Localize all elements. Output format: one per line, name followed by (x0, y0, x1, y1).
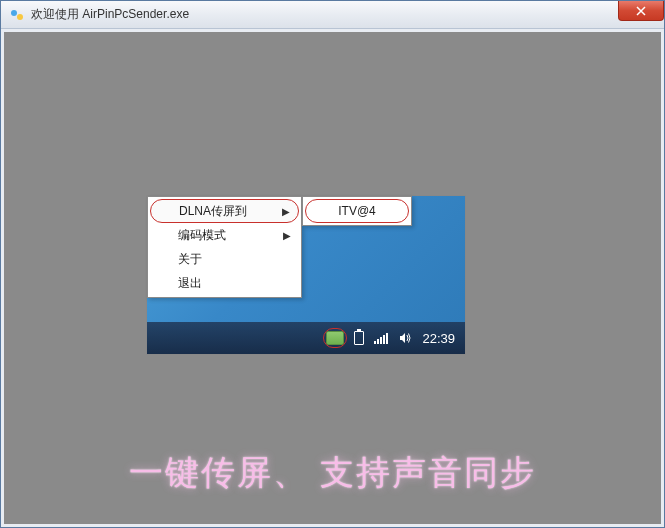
submenu-item-device[interactable]: ITV@4 (305, 199, 409, 223)
desktop-preview: DLNA传屏到 ▶ 编码模式 ▶ 关于 退出 ITV@4 (146, 195, 466, 355)
tray-app-icon[interactable] (326, 331, 344, 345)
svg-point-1 (17, 14, 23, 20)
taskbar: 22:39 (147, 322, 465, 354)
menu-item-dlna[interactable]: DLNA传屏到 ▶ (150, 199, 299, 223)
submenu-item-label: ITV@4 (338, 204, 376, 218)
menu-item-exit[interactable]: 退出 (150, 271, 299, 295)
submenu-arrow-icon: ▶ (282, 206, 290, 217)
window-title: 欢迎使用 AirPinPcSender.exe (31, 6, 189, 23)
taskbar-clock: 22:39 (422, 331, 455, 346)
context-menu: DLNA传屏到 ▶ 编码模式 ▶ 关于 退出 (147, 196, 302, 298)
close-button[interactable] (618, 1, 664, 21)
titlebar: 欢迎使用 AirPinPcSender.exe (1, 1, 664, 29)
menu-item-about[interactable]: 关于 (150, 247, 299, 271)
menu-item-label: 退出 (178, 275, 202, 292)
menu-item-encoding[interactable]: 编码模式 ▶ (150, 223, 299, 247)
submenu: ITV@4 (302, 196, 412, 226)
tagline-text: 一键传屏、 支持声音同步 (4, 450, 661, 496)
content-area: DLNA传屏到 ▶ 编码模式 ▶ 关于 退出 ITV@4 (1, 29, 664, 527)
svg-point-0 (11, 10, 17, 16)
battery-icon (354, 331, 364, 345)
volume-icon[interactable] (398, 331, 412, 345)
menu-item-label: 关于 (178, 251, 202, 268)
menu-item-label: DLNA传屏到 (179, 203, 247, 220)
submenu-arrow-icon: ▶ (283, 230, 291, 241)
app-icon (9, 7, 25, 23)
signal-icon (374, 332, 388, 344)
menu-item-label: 编码模式 (178, 227, 226, 244)
app-window: 欢迎使用 AirPinPcSender.exe DLNA传屏到 ▶ 编码模式 ▶… (0, 0, 665, 528)
